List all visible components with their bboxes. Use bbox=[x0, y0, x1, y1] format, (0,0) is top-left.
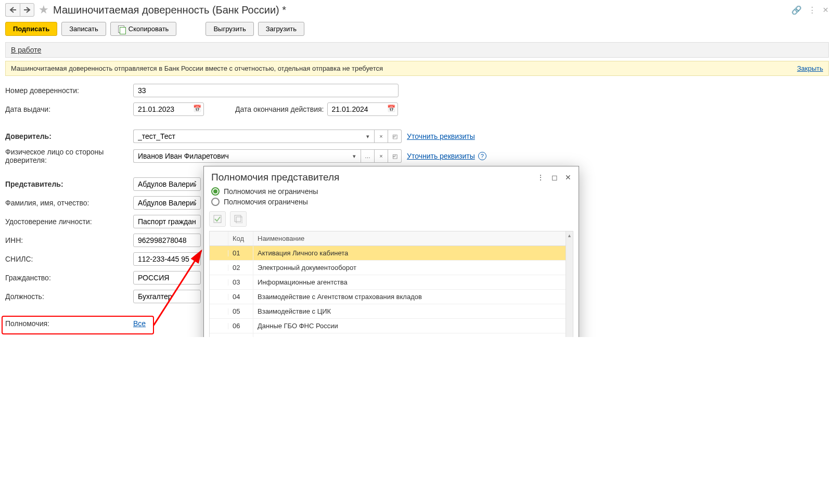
arrow-right-icon bbox=[23, 7, 31, 13]
open-ref-button[interactable]: ◰ bbox=[388, 130, 402, 143]
grid-cell-code: 07 bbox=[228, 333, 253, 337]
svg-rect-5 bbox=[236, 217, 242, 223]
dropdown-button[interactable]: ▾ bbox=[348, 149, 361, 163]
copy-icon bbox=[118, 25, 125, 33]
clarify-person-link[interactable]: Уточнить реквизиты bbox=[407, 152, 475, 160]
representative-label: Представитель: bbox=[5, 180, 133, 188]
powers-all-link[interactable]: Все bbox=[133, 319, 146, 328]
grid-cell-name: Активация Личного кабинета bbox=[253, 246, 573, 260]
grid-cell-code: 02 bbox=[228, 261, 253, 275]
powers-grid: Код Наименование 01 Активация Личного ка… bbox=[209, 231, 573, 337]
save-button[interactable]: Записать bbox=[61, 22, 106, 36]
help-icon[interactable]: ? bbox=[478, 152, 486, 160]
dialog-more-icon[interactable]: ⋮ bbox=[537, 173, 544, 182]
sign-button[interactable]: Подписать bbox=[5, 22, 57, 36]
clarify-principal-link[interactable]: Уточнить реквизиты bbox=[407, 132, 475, 140]
uncheck-icon bbox=[234, 215, 242, 223]
radio-limited[interactable] bbox=[211, 198, 220, 206]
radio-limited-label: Полномочия ограничены bbox=[224, 198, 308, 206]
grid-cell-code: 06 bbox=[228, 319, 253, 333]
grid-row[interactable]: 03 Информационные агентства bbox=[210, 275, 573, 290]
clear-button[interactable]: × bbox=[375, 149, 388, 163]
svg-rect-4 bbox=[235, 215, 241, 222]
select-button[interactable]: … bbox=[361, 149, 375, 163]
snils-input[interactable] bbox=[133, 252, 201, 266]
principal-input[interactable] bbox=[133, 130, 361, 143]
grid-row[interactable]: 05 Взаимодействие с ЦИК bbox=[210, 304, 573, 319]
link-icon[interactable]: 🔗 bbox=[791, 5, 802, 15]
id-input[interactable] bbox=[133, 215, 201, 228]
inn-input[interactable] bbox=[133, 234, 201, 247]
dialog-close-icon[interactable]: ✕ bbox=[565, 173, 571, 182]
id-label: Удостоверение личности: bbox=[5, 217, 133, 226]
info-bar: Машиночитаемая доверенность отправляется… bbox=[5, 61, 829, 76]
check-all-button[interactable] bbox=[209, 211, 226, 227]
calendar-icon[interactable]: 📅 bbox=[387, 105, 395, 112]
citizenship-label: Гражданство: bbox=[5, 274, 133, 282]
import-button[interactable]: Загрузить bbox=[258, 22, 304, 36]
uncheck-all-button[interactable] bbox=[230, 211, 247, 227]
check-icon bbox=[213, 215, 222, 223]
copy-button[interactable]: Скопировать bbox=[110, 22, 177, 36]
radio-unlimited-label: Полномочия не ограничены bbox=[224, 187, 318, 196]
grid-cell-name: Электронный документооборот bbox=[253, 261, 573, 275]
grid-col-check bbox=[210, 231, 228, 245]
grid-scrollbar[interactable]: ▲ ▼ bbox=[566, 231, 573, 337]
position-input[interactable] bbox=[133, 290, 201, 303]
grid-cell-code: 04 bbox=[228, 290, 253, 304]
grid-cell-name: Информационные агентства bbox=[253, 275, 573, 289]
representative-input[interactable] bbox=[133, 177, 201, 191]
nav-back-button[interactable] bbox=[5, 3, 20, 17]
inn-label: ИНН: bbox=[5, 236, 133, 244]
copy-button-label: Скопировать bbox=[129, 25, 169, 33]
powers-label: Полномочия: bbox=[5, 319, 133, 328]
dialog-maximize-icon[interactable]: ◻ bbox=[551, 173, 558, 182]
fio-input[interactable] bbox=[133, 196, 201, 210]
principal-label: Доверитель: bbox=[5, 132, 133, 140]
grid-col-code: Код bbox=[228, 231, 253, 245]
grid-row[interactable]: 01 Активация Личного кабинета bbox=[210, 246, 573, 261]
grid-cell-name: Данные ГБО ФНС России bbox=[253, 319, 573, 333]
dropdown-button[interactable]: ▾ bbox=[361, 130, 375, 143]
more-icon[interactable]: ⋮ bbox=[808, 5, 816, 15]
status-bar[interactable]: В работе bbox=[5, 42, 829, 58]
principal-person-label: Физическое лицо со стороны доверителя: bbox=[5, 148, 133, 164]
grid-cell-code: 03 bbox=[228, 275, 253, 289]
number-input[interactable] bbox=[133, 84, 399, 97]
grid-cell-name: Взаимодействие с ЦИК bbox=[253, 304, 573, 318]
fio-label: Фамилия, имя, отчество: bbox=[5, 199, 133, 207]
grid-row[interactable]: 06 Данные ГБО ФНС России bbox=[210, 319, 573, 333]
favorite-star-icon[interactable]: ★ bbox=[39, 3, 49, 17]
issue-date-label: Дата выдачи: bbox=[5, 105, 133, 113]
grid-row[interactable]: 02 Электронный документооборот bbox=[210, 261, 573, 275]
close-icon[interactable]: ✕ bbox=[823, 6, 829, 14]
grid-col-name: Наименование bbox=[253, 231, 573, 245]
clear-button[interactable]: × bbox=[375, 130, 388, 143]
grid-cell-name: Взаимодействие с Агентством страхования … bbox=[253, 290, 573, 304]
grid-row[interactable]: 07 Направление статистической отчетности bbox=[210, 333, 573, 337]
info-close-link[interactable]: Закрыть bbox=[797, 64, 823, 72]
position-label: Должность: bbox=[5, 292, 133, 301]
scroll-up-icon[interactable]: ▲ bbox=[566, 231, 573, 239]
powers-dialog: Полномочия представителя ⋮ ◻ ✕ Полномочи… bbox=[203, 166, 579, 337]
citizenship-input[interactable] bbox=[133, 271, 201, 285]
page-title: Машиночитаемая доверенность (Банк России… bbox=[53, 4, 286, 16]
info-text: Машиночитаемая доверенность отправляется… bbox=[11, 64, 383, 72]
grid-row[interactable]: 04 Взаимодействие с Агентством страхован… bbox=[210, 290, 573, 304]
radio-unlimited[interactable] bbox=[211, 187, 220, 196]
arrow-left-icon bbox=[9, 7, 17, 13]
dialog-title: Полномочия представителя bbox=[211, 172, 339, 183]
expiry-date-label: Дата окончания действия: bbox=[235, 105, 324, 113]
nav-forward-button[interactable] bbox=[20, 3, 34, 17]
grid-cell-code: 05 bbox=[228, 304, 253, 318]
number-label: Номер доверенности: bbox=[5, 86, 133, 95]
grid-cell-name: Направление статистической отчетности bbox=[253, 333, 573, 337]
grid-cell-code: 01 bbox=[228, 246, 253, 260]
calendar-icon[interactable]: 📅 bbox=[193, 105, 201, 112]
principal-person-input[interactable] bbox=[133, 149, 348, 163]
export-button[interactable]: Выгрузить bbox=[206, 22, 253, 36]
open-ref-button[interactable]: ◰ bbox=[388, 149, 402, 163]
snils-label: СНИЛС: bbox=[5, 255, 133, 263]
